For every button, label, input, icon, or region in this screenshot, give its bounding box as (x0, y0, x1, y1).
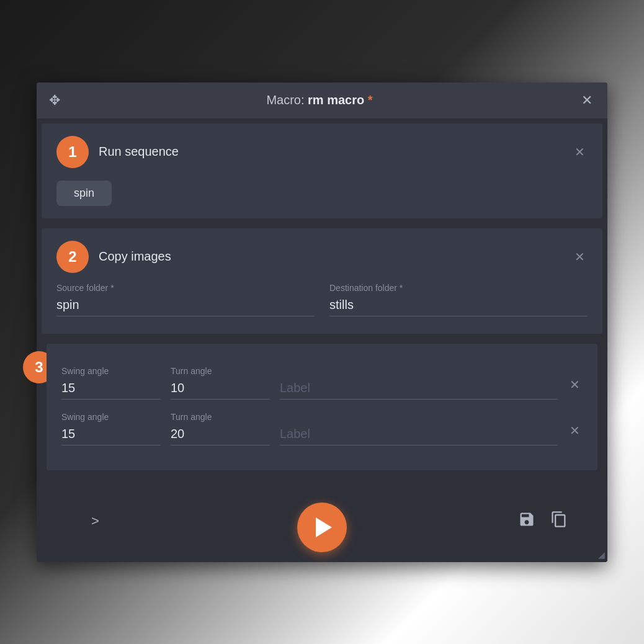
play-icon (316, 517, 332, 537)
run-sequence-title: Run sequence (99, 145, 562, 159)
footer: > ◢ (37, 480, 607, 562)
step-2-badge: 2 (56, 241, 89, 273)
copy-images-fields: Source folder * Destination folder * (56, 283, 588, 316)
swing-angle-1-label: Swing angle (61, 366, 161, 376)
copy-images-section: 2 Copy images ✕ Source folder * Destinat… (42, 228, 602, 334)
angle-rows: Swing angle Turn angle Label ✕ (61, 366, 583, 445)
turn-angle-2-label: Turn angle (171, 412, 270, 422)
label-1-group: Label (280, 366, 558, 400)
source-folder-input[interactable] (56, 295, 315, 316)
save-button[interactable] (516, 508, 538, 534)
turn-angle-2-input[interactable] (171, 424, 270, 445)
turn-angle-2-group: Turn angle (171, 412, 270, 445)
turn-angle-1-input[interactable] (171, 378, 270, 400)
label-1-input[interactable] (280, 378, 558, 400)
spin-badge: spin (56, 181, 112, 206)
swing-angle-2-label: Swing angle (61, 412, 161, 422)
copy-icon (550, 511, 568, 528)
save-icon (518, 511, 535, 528)
footer-right (516, 508, 570, 534)
copy-images-title: Copy images (99, 249, 562, 264)
section-2-header: 2 Copy images ✕ (56, 241, 588, 273)
step-1-badge: 1 (56, 136, 89, 168)
resize-handle[interactable]: ◢ (598, 550, 605, 560)
turn-angle-1-label: Turn angle (171, 366, 270, 376)
window-close-button[interactable]: ✕ (579, 91, 595, 110)
run-sequence-section: 1 Run sequence ✕ spin (42, 123, 602, 218)
play-button[interactable] (297, 503, 347, 552)
footer-left: > (86, 511, 104, 532)
label-2-group: Label (280, 412, 558, 445)
expand-button[interactable]: > (86, 511, 104, 532)
destination-folder-input[interactable] (329, 295, 588, 316)
source-folder-group: Source folder * (56, 283, 315, 316)
turn-angle-1-group: Turn angle (171, 366, 270, 400)
angle-row-2-close-button[interactable]: ✕ (567, 421, 583, 441)
copy-images-close-button[interactable]: ✕ (572, 248, 588, 266)
swing-angle-1-group: Swing angle (61, 366, 161, 400)
destination-folder-label: Destination folder * (329, 283, 588, 293)
angle-section: Swing angle Turn angle Label ✕ (47, 344, 597, 470)
swing-angle-2-group: Swing angle (61, 412, 161, 445)
window-title: Macro: rm macro * (70, 93, 569, 107)
section-1-header: 1 Run sequence ✕ (56, 136, 588, 168)
destination-folder-group: Destination folder * (329, 283, 588, 316)
source-folder-label: Source folder * (56, 283, 315, 293)
angle-row-1: Swing angle Turn angle Label ✕ (61, 366, 583, 400)
title-bar: ✥ Macro: rm macro * ✕ (37, 83, 607, 119)
swing-angle-1-input[interactable] (61, 378, 161, 400)
angle-section-wrapper: 3 Swing angle Turn angle Label (42, 339, 602, 475)
swing-angle-2-input[interactable] (61, 424, 161, 445)
copy-button[interactable] (548, 508, 570, 534)
label-2-input[interactable] (280, 424, 558, 445)
move-icon[interactable]: ✥ (49, 92, 60, 109)
run-sequence-close-button[interactable]: ✕ (572, 143, 588, 161)
modal-window: ✥ Macro: rm macro * ✕ 1 Run sequence ✕ s… (37, 83, 607, 562)
angle-row-2: Swing angle Turn angle Label ✕ (61, 412, 583, 445)
angle-row-1-close-button[interactable]: ✕ (567, 375, 583, 395)
